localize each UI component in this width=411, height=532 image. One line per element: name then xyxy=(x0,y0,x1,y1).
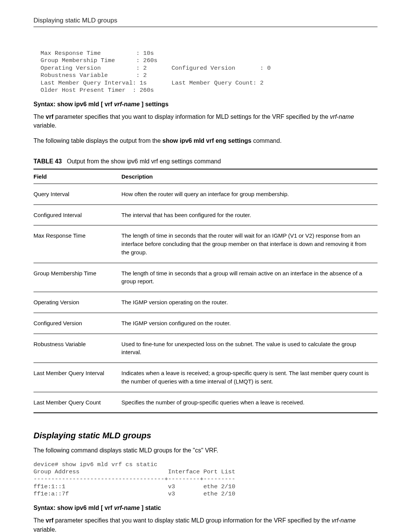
syntax-vrf: vrf xyxy=(105,101,114,107)
syntax-vrfname: vrf-name xyxy=(114,505,140,511)
cell-desc: The IGMP version operating on the router… xyxy=(121,292,378,313)
cell-desc: Specifies the number of group-specific q… xyxy=(121,392,378,413)
cell-field: Last Member Query Interval xyxy=(33,363,121,392)
cell-field: Max Response Time xyxy=(33,225,121,263)
cell-field: Configured Interval xyxy=(33,204,121,225)
syntax-prefix: Syntax: show ipv6 mld xyxy=(33,505,101,511)
cell-field: Group Membership Time xyxy=(33,263,121,292)
t: The xyxy=(33,113,46,120)
syntax-suffix: static xyxy=(143,505,161,511)
syntax-lb: [ xyxy=(101,101,105,107)
cell-desc: The interval that has been configured fo… xyxy=(121,204,378,225)
table43: Field Description Query Interval How oft… xyxy=(33,169,378,414)
syntax-prefix: Syntax: show ipv6 mld xyxy=(33,101,101,107)
syntax-vrf: vrf xyxy=(105,505,114,511)
table-row: Query Interval How often the router will… xyxy=(33,184,378,204)
table-row: Configured Version The IGMP version conf… xyxy=(33,313,378,334)
th-field: Field xyxy=(33,169,121,184)
cell-field: Configured Version xyxy=(33,313,121,334)
table43-label: TABLE 43 xyxy=(33,158,62,165)
t: variable. xyxy=(33,526,56,532)
cell-field: Last Member Query Count xyxy=(33,392,121,413)
cli-output-settings: Max Response Time : 10s Group Membership… xyxy=(33,50,378,94)
table43-text: Output from the show ipv6 mld vrf eng se… xyxy=(67,158,221,165)
table-row: Operating Version The IGMP version opera… xyxy=(33,292,378,313)
header-rule xyxy=(33,27,378,27)
t: parameter specifies that you want to dis… xyxy=(53,517,331,524)
syntax-rb: ] xyxy=(140,505,143,511)
syntax-vrfname: vrf-name xyxy=(114,101,140,107)
th-desc: Description xyxy=(121,169,378,184)
table-row: Configured Interval The interval that ha… xyxy=(33,204,378,225)
para-static-intro: The following command displays static ML… xyxy=(33,446,378,455)
cell-field: Query Interval xyxy=(33,184,121,204)
syntax-rb: ] xyxy=(140,101,143,107)
table-row: Last Member Query Count Specifies the nu… xyxy=(33,392,378,413)
para-table-intro: The following table displays the output … xyxy=(33,136,378,145)
cell-field: Operating Version xyxy=(33,292,121,313)
table-row: Robustness Variable Used to fine-tune fo… xyxy=(33,334,378,363)
table-row: Group Membership Time The length of time… xyxy=(33,263,378,292)
table-row: Max Response Time The length of time in … xyxy=(33,225,378,263)
cell-desc: How often the router will query an inter… xyxy=(121,184,378,204)
t-cmd: show ipv6 mld vrf eng settings xyxy=(162,137,252,144)
t: parameter specifies that you want to dis… xyxy=(53,113,330,120)
cell-desc: Indicates when a leave is received; a gr… xyxy=(121,363,378,392)
t: The xyxy=(33,517,46,524)
cell-field: Robustness Variable xyxy=(33,334,121,363)
t-vrfname: vrf-name xyxy=(330,113,354,120)
cli-output-static: device# show ipv6 mld vrf cs static Grou… xyxy=(33,461,378,498)
page-header-title: Displaying static MLD groups xyxy=(33,17,378,24)
t-vrfname: vrf-name xyxy=(331,517,355,524)
section-title-static-mld: Displaying static MLD groups xyxy=(33,431,378,441)
t-vrf: vrf xyxy=(46,113,53,120)
para-vrf-static: The vrf parameter specifies that you wan… xyxy=(33,516,378,532)
t: The following table displays the output … xyxy=(33,137,162,144)
syntax-line-static: Syntax: show ipv6 mld [ vrf vrf-name ] s… xyxy=(33,505,378,511)
t-vrf: vrf xyxy=(46,517,53,524)
t: command. xyxy=(252,137,282,144)
table43-caption: TABLE 43 Output from the show ipv6 mld v… xyxy=(33,158,378,165)
syntax-lb: [ xyxy=(101,505,105,511)
t: variable. xyxy=(33,122,56,129)
cell-desc: The length of time in seconds that a gro… xyxy=(121,263,378,292)
table-row: Last Member Query Interval Indicates whe… xyxy=(33,363,378,392)
syntax-line-settings: Syntax: show ipv6 mld [ vrf vrf-name ] s… xyxy=(33,101,378,108)
cell-desc: The IGMP version configured on the route… xyxy=(121,313,378,334)
syntax-suffix: settings xyxy=(143,101,169,107)
para-vrf-settings: The vrf parameter specifies that you wan… xyxy=(33,112,378,130)
cell-desc: The length of time in seconds that the r… xyxy=(121,225,378,263)
cell-desc: Used to fine-tune for unexpected loss on… xyxy=(121,334,378,363)
